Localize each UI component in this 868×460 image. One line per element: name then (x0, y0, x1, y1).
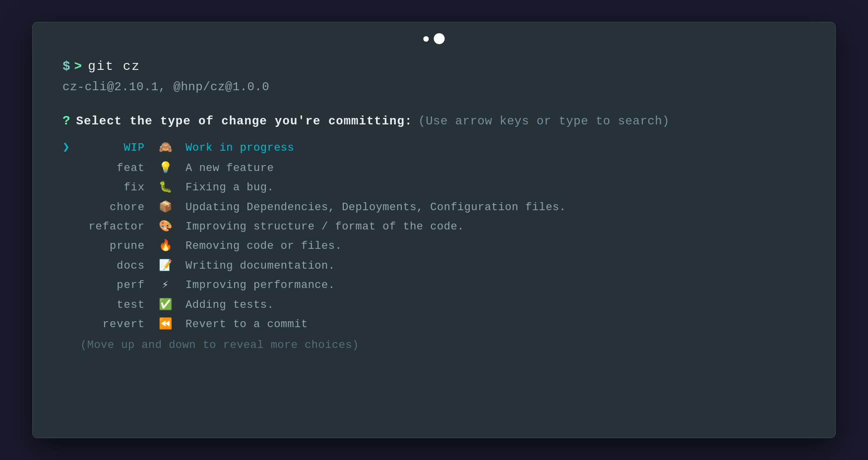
menu-item[interactable]: fix🐛Fixing a bug. (62, 178, 806, 197)
version-line: cz-cli@2.10.1, @hnp/cz@1.0.0 (62, 80, 806, 94)
menu-emoji: ⚡ (153, 276, 178, 294)
question-hint: (Use arrow keys or type to search) (418, 115, 670, 128)
prompt-dollar: $ (62, 57, 70, 76)
menu-type-label: test (80, 296, 145, 314)
menu-description: Fixing a bug. (186, 178, 274, 197)
menu-emoji: 🔥 (153, 237, 178, 255)
menu-emoji: 🙈 (153, 139, 178, 157)
menu-item[interactable]: prune🔥Removing code or files. (62, 236, 806, 256)
menu-item[interactable]: ❯WIP🙈Work in progress (62, 137, 806, 159)
prompt-arrow: > (74, 57, 82, 76)
menu-description: Updating Dependencies, Deployments, Conf… (186, 198, 566, 217)
menu-type-label: perf (80, 276, 145, 294)
command-line: $ > git cz (62, 57, 806, 76)
menu-description: Work in progress (186, 139, 294, 157)
menu-type-label: refactor (80, 218, 145, 236)
menu-description: A new feature (186, 159, 274, 177)
menu-item[interactable]: refactor🎨Improving structure / format of… (62, 217, 806, 236)
terminal-content: $ > git cz cz-cli@2.10.1, @hnp/cz@1.0.0 … (33, 22, 835, 371)
menu-type-label: fix (80, 178, 145, 197)
menu-item[interactable]: test✅Adding tests. (62, 295, 806, 315)
menu-selector-icon: ❯ (62, 138, 80, 158)
menu-item[interactable]: perf⚡Improving performance. (62, 276, 806, 295)
menu-emoji: ✅ (153, 296, 178, 314)
menu-emoji: 🐛 (153, 178, 178, 197)
menu-emoji: 📝 (153, 257, 178, 275)
menu-container: ❯WIP🙈Work in progressfeat💡A new featuref… (62, 137, 806, 334)
menu-description: Writing documentation. (186, 257, 335, 275)
menu-item[interactable]: revert⏪Revert to a commit (62, 315, 806, 334)
menu-type-label: revert (80, 315, 145, 334)
menu-type-label: WIP (80, 139, 145, 157)
menu-item[interactable]: chore📦Updating Dependencies, Deployments… (62, 198, 806, 217)
question-line: ? Select the type of change you're commi… (62, 114, 806, 128)
menu-description: Adding tests. (186, 296, 274, 314)
footer-hint: (Move up and down to reveal more choices… (80, 339, 806, 351)
menu-description: Improving performance. (186, 276, 335, 294)
menu-description: Revert to a commit (186, 315, 308, 334)
menu-type-label: docs (80, 257, 145, 275)
menu-type-label: feat (80, 159, 145, 177)
menu-item[interactable]: feat💡A new feature (62, 159, 806, 178)
dot-small (424, 36, 429, 42)
terminal-window: $ > git cz cz-cli@2.10.1, @hnp/cz@1.0.0 … (32, 22, 836, 438)
menu-type-label: chore (80, 198, 145, 217)
menu-emoji: 🎨 (153, 218, 178, 236)
question-mark: ? (62, 114, 70, 128)
question-bold-text: Select the type of change you're committ… (76, 115, 413, 128)
menu-description: Removing code or files. (186, 237, 342, 255)
menu-emoji: 💡 (153, 159, 178, 177)
menu-type-label: prune (80, 237, 145, 255)
terminal-dots (424, 33, 445, 44)
menu-item[interactable]: docs📝Writing documentation. (62, 256, 806, 276)
command-text: git cz (88, 57, 140, 76)
menu-emoji: 📦 (153, 198, 178, 217)
menu-description: Improving structure / format of the code… (186, 218, 464, 236)
dot-large (434, 33, 445, 44)
menu-emoji: ⏪ (153, 315, 178, 334)
